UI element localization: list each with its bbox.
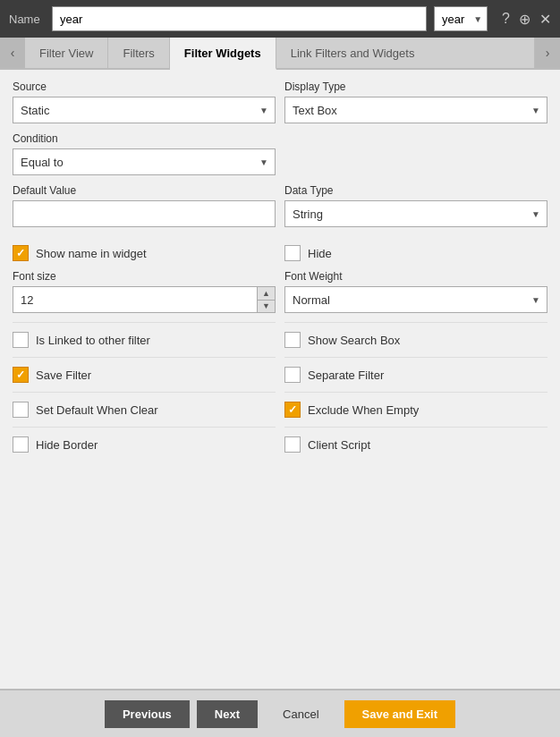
source-col: Source Static Dynamic None (13, 80, 276, 123)
show-name-item: Show name in widget (13, 236, 276, 270)
condition-spacer (284, 132, 547, 175)
datatype-select-wrap: String Integer Date (284, 200, 547, 227)
fontsize-input[interactable] (13, 287, 257, 312)
previous-button[interactable]: Previous (105, 700, 190, 728)
tab-link-filters-label: Link Filters and Widgets (291, 47, 415, 60)
show-search-label: Show Search Box (308, 334, 400, 347)
spinner-down-btn[interactable]: ▼ (258, 301, 275, 313)
name-label: Name (9, 13, 45, 26)
footer: Previous Next Cancel Save and Exit (0, 689, 560, 737)
name-input[interactable] (52, 6, 427, 31)
separate-filter-label: Separate Filter (308, 368, 384, 382)
default-label: Default Value (13, 184, 276, 197)
tab-filters-label: Filters (123, 47, 154, 60)
next-button[interactable]: Next (197, 700, 258, 728)
client-script-label: Client Script (308, 438, 370, 452)
hide-label: Hide (308, 247, 332, 260)
fontsize-col: Font size ▲ ▼ (13, 270, 276, 313)
show-name-checkbox[interactable] (13, 245, 29, 261)
show-search-checkbox[interactable] (284, 332, 301, 348)
tab-filter-view-label: Filter View (39, 47, 93, 60)
title-bar: Name year ? ⊕ ✕ (0, 0, 560, 38)
is-linked-item: Is Linked to other filter (13, 322, 276, 357)
source-select-wrap: Static Dynamic None (13, 97, 276, 123)
separate-filter-checkbox[interactable] (284, 367, 301, 383)
show-search-item: Show Search Box (284, 322, 547, 357)
tab-prev-btn[interactable]: ‹ (0, 38, 25, 68)
datatype-select[interactable]: String Integer Date (284, 200, 547, 227)
right-checkbox-col: Show Search Box Separate Filter Exclude … (284, 322, 547, 462)
save-filter-checkbox[interactable] (13, 367, 29, 383)
close-icon[interactable]: ✕ (539, 11, 551, 28)
exclude-empty-item: Exclude When Empty (284, 392, 547, 427)
tab-bar: ‹ Filter View Filters Filter Widgets Lin… (0, 38, 560, 70)
exclude-empty-label: Exclude When Empty (308, 403, 419, 417)
is-linked-checkbox[interactable] (13, 332, 29, 348)
hide-checkbox[interactable] (284, 245, 301, 261)
cancel-button[interactable]: Cancel (265, 700, 336, 728)
show-name-label: Show name in widget (36, 247, 147, 260)
separate-filter-item: Separate Filter (284, 357, 547, 392)
hide-border-checkbox[interactable] (13, 436, 29, 453)
show-name-hide-row: Show name in widget Hide (13, 236, 547, 270)
hide-border-item: Hide Border (13, 427, 276, 462)
fontweight-select[interactable]: Normal Bold Italic (284, 286, 547, 313)
tab-filters[interactable]: Filters (108, 38, 169, 68)
datatype-col: Data Type String Integer Date (284, 184, 547, 227)
set-default-item: Set Default When Clear (13, 392, 276, 427)
checkboxes-section: Is Linked to other filter Save Filter Se… (13, 322, 547, 462)
displaytype-label: Display Type (284, 80, 547, 93)
displaytype-select-wrap: Text Box Dropdown Radio (284, 97, 547, 123)
client-script-item: Client Script (284, 427, 547, 462)
hide-item: Hide (284, 236, 547, 270)
exclude-empty-checkbox[interactable] (284, 402, 301, 418)
condition-label: Condition (13, 132, 276, 145)
tab-filter-view[interactable]: Filter View (25, 38, 108, 68)
save-filter-item: Save Filter (13, 357, 276, 392)
name-dropdown-wrap: year (434, 6, 488, 31)
condition-select[interactable]: Equal to Not equal to Contains (13, 148, 276, 175)
condition-select-wrap: Equal to Not equal to Contains (13, 148, 276, 175)
spinner-buttons: ▲ ▼ (257, 287, 275, 312)
left-checkbox-col: Is Linked to other filter Save Filter Se… (13, 322, 276, 462)
default-input[interactable] (13, 200, 276, 227)
tab-filter-widgets-label: Filter Widgets (184, 47, 261, 60)
save-exit-button[interactable]: Save and Exit (344, 700, 456, 728)
spinner-up-btn[interactable]: ▲ (258, 287, 275, 301)
fontsize-label: Font size (13, 270, 276, 283)
font-row: Font size ▲ ▼ Font Weight Normal Bold It… (13, 270, 547, 313)
show-name-col: Show name in widget (13, 236, 276, 270)
source-displaytype-row: Source Static Dynamic None Display Type … (13, 80, 547, 123)
displaytype-col: Display Type Text Box Dropdown Radio (284, 80, 547, 123)
set-default-label: Set Default When Clear (36, 403, 158, 417)
title-bar-icons: ? ⊕ ✕ (502, 11, 551, 28)
save-filter-label: Save Filter (36, 368, 91, 382)
datatype-label: Data Type (284, 184, 547, 197)
help-icon[interactable]: ? (502, 11, 510, 27)
source-select[interactable]: Static Dynamic None (13, 97, 276, 123)
set-default-checkbox[interactable] (13, 402, 29, 418)
move-icon[interactable]: ⊕ (519, 11, 530, 28)
tab-link-filters[interactable]: Link Filters and Widgets (276, 38, 535, 68)
fontweight-col: Font Weight Normal Bold Italic (284, 270, 547, 313)
condition-col: Condition Equal to Not equal to Contains (13, 132, 276, 175)
hide-border-label: Hide Border (36, 438, 98, 452)
source-label: Source (13, 80, 276, 93)
default-datatype-row: Default Value Data Type String Integer D… (13, 184, 547, 227)
tab-filter-widgets[interactable]: Filter Widgets (170, 38, 276, 70)
condition-row: Condition Equal to Not equal to Contains (13, 132, 547, 175)
displaytype-select[interactable]: Text Box Dropdown Radio (284, 97, 547, 123)
main-content: Source Static Dynamic None Display Type … (0, 70, 560, 689)
fontsize-spinner: ▲ ▼ (13, 286, 276, 313)
fontweight-select-wrap: Normal Bold Italic (284, 286, 547, 313)
name-dropdown[interactable]: year (434, 6, 488, 31)
default-col: Default Value (13, 184, 276, 227)
fontweight-label: Font Weight (284, 270, 547, 283)
is-linked-label: Is Linked to other filter (36, 334, 150, 347)
client-script-checkbox[interactable] (284, 436, 301, 453)
tab-next-btn[interactable]: › (535, 38, 560, 68)
hide-col: Hide (284, 236, 547, 270)
